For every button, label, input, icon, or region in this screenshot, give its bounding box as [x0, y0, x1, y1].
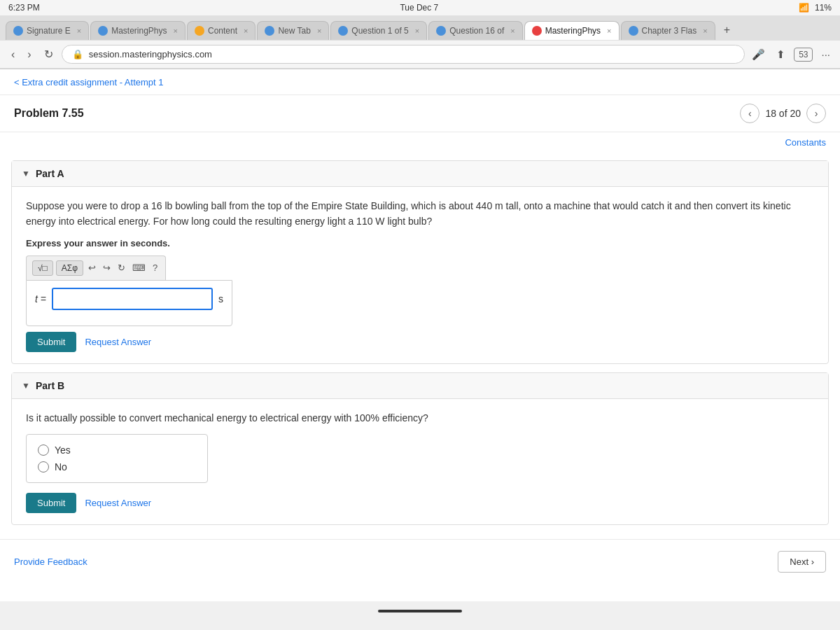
footer-bar: Provide Feedback Next › [0, 539, 840, 584]
answer-unit: s [218, 293, 223, 304]
tab-close[interactable]: × [703, 27, 707, 35]
help-button[interactable]: ? [150, 260, 160, 275]
tab-label: MasteringPhys [545, 26, 601, 36]
share-button[interactable]: ⬆ [774, 46, 788, 64]
tab-close[interactable]: × [244, 27, 248, 35]
tab-label: Chapter 3 Flas [642, 26, 697, 36]
next-button[interactable]: Next › [778, 551, 826, 573]
radio-no-label: No [55, 461, 67, 472]
back-button[interactable]: ‹ [7, 46, 19, 64]
page-content: < Extra credit assignment - Attempt 1 Pr… [0, 69, 840, 601]
microphone-button[interactable]: 🎤 [749, 46, 768, 64]
home-bar [378, 610, 462, 612]
answer-container: t = s [26, 280, 232, 326]
tab-close[interactable]: × [174, 27, 178, 35]
part-b-submit-button[interactable]: Submit [26, 493, 76, 513]
provide-feedback-link[interactable]: Provide Feedback [14, 556, 88, 567]
radio-yes-input[interactable] [38, 444, 49, 456]
part-b-label: Part B [36, 380, 64, 391]
part-a-actions: Submit Request Answer [26, 332, 814, 352]
refresh-math-button[interactable]: ↻ [115, 260, 127, 275]
tab-favicon [195, 26, 204, 36]
undo-button[interactable]: ↩ [86, 260, 98, 275]
tab-chapter3[interactable]: Chapter 3 Flas × [621, 21, 715, 40]
tab-label: MasteringPhys [111, 26, 167, 36]
redo-button[interactable]: ↪ [101, 260, 113, 275]
tab-favicon [265, 26, 274, 36]
tab-label: New Tab [278, 26, 310, 36]
problem-title: Problem 7.55 [14, 107, 84, 120]
radio-yes-label: Yes [55, 444, 71, 456]
radio-no-input[interactable] [38, 461, 49, 472]
tab-close[interactable]: × [510, 27, 514, 35]
constants-link[interactable]: Constants [785, 137, 826, 148]
tab-label: Question 16 of [449, 26, 504, 36]
breadcrumb-link[interactable]: < Extra credit assignment - Attempt 1 [14, 77, 164, 88]
lock-icon: 🔒 [72, 49, 83, 59]
prev-page-button[interactable]: ‹ [740, 104, 760, 123]
home-indicator [0, 601, 840, 621]
tab-favicon [629, 26, 638, 36]
battery-text: 11% [815, 3, 832, 13]
part-a-header[interactable]: ▼ Part A [12, 161, 828, 187]
pagination: ‹ 18 of 20 › [740, 104, 826, 123]
tab-close[interactable]: × [317, 27, 321, 35]
part-b-header[interactable]: ▼ Part B [12, 373, 828, 399]
part-a-label: Part A [36, 168, 64, 179]
status-day: Tue Dec 7 [400, 3, 438, 13]
tab-content[interactable]: Content × [187, 21, 255, 40]
status-time: 6:23 PM [8, 3, 40, 13]
tab-masteringphys-1[interactable]: MasteringPhys × [90, 21, 186, 40]
answer-input-field[interactable] [52, 288, 213, 310]
answer-input-label: t = [35, 293, 46, 304]
part-b-request-answer[interactable]: Request Answer [85, 498, 151, 508]
tab-close[interactable]: × [77, 27, 81, 35]
tab-close[interactable]: × [607, 27, 611, 35]
part-b-body: Is it actually possible to convert mecha… [12, 399, 828, 524]
menu-button[interactable]: ··· [818, 46, 833, 63]
address-bar[interactable]: 🔒 session.masteringphysics.com [62, 45, 745, 64]
new-tab-button[interactable]: + [717, 20, 737, 41]
radio-yes[interactable]: Yes [38, 444, 196, 456]
part-a-section: ▼ Part A Suppose you were to drop a 16 l… [11, 160, 829, 364]
sqrt-button[interactable]: √□ [32, 260, 53, 276]
math-toolbar: √□ ΑΣφ ↩ ↪ ↻ ⌨ ? [26, 255, 166, 280]
tab-bar: Signature E × MasteringPhys × Content × … [0, 15, 840, 41]
tab-question-16[interactable]: Question 16 of × [428, 21, 523, 40]
math-toolbar-container: √□ ΑΣφ ↩ ↪ ↻ ⌨ ? t = s [26, 255, 232, 326]
part-a-request-answer[interactable]: Request Answer [85, 337, 151, 347]
answer-row: t = s [35, 288, 223, 310]
forward-button[interactable]: › [23, 46, 35, 64]
tab-favicon [13, 26, 23, 36]
tab-favicon [532, 26, 542, 36]
tab-favicon [338, 26, 348, 36]
next-page-button[interactable]: › [806, 104, 826, 123]
radio-no[interactable]: No [38, 461, 196, 472]
part-b-section: ▼ Part B Is it actually possible to conv… [11, 372, 829, 525]
pagination-text: 18 of 20 [765, 108, 801, 119]
part-b-arrow: ▼ [22, 381, 30, 391]
tab-signature-e[interactable]: Signature E × [6, 21, 89, 40]
tab-close[interactable]: × [415, 27, 419, 35]
tab-label: Signature E [27, 26, 71, 36]
part-a-arrow: ▼ [22, 169, 30, 178]
part-a-submit-button[interactable]: Submit [26, 332, 76, 352]
tab-question-1[interactable]: Question 1 of 5 × [330, 21, 427, 40]
wifi-icon: 📶 [799, 3, 809, 13]
part-b-question: Is it actually possible to convert mecha… [26, 410, 814, 426]
symbol-button[interactable]: ΑΣφ [56, 260, 83, 276]
tab-new-tab[interactable]: New Tab × [257, 21, 329, 40]
refresh-button[interactable]: ↻ [40, 45, 57, 64]
problem-header: Problem 7.55 ‹ 18 of 20 › [0, 95, 840, 132]
part-b-actions: Submit Request Answer [26, 493, 814, 513]
breadcrumb-bar: < Extra credit assignment - Attempt 1 [0, 69, 840, 95]
part-a-express: Express your answer in seconds. [26, 238, 814, 248]
address-bar-row: ‹ › ↻ 🔒 session.masteringphysics.com 🎤 ⬆… [0, 41, 840, 69]
tab-masteringphys-active[interactable]: MasteringPhys × [524, 21, 620, 40]
tab-favicon [436, 26, 446, 36]
tab-label: Content [208, 26, 237, 36]
part-a-body: Suppose you were to drop a 16 lb bowling… [12, 187, 828, 363]
tab-count-button[interactable]: 53 [794, 48, 813, 62]
keyboard-button[interactable]: ⌨ [130, 260, 148, 275]
constants-bar: Constants [0, 132, 840, 152]
